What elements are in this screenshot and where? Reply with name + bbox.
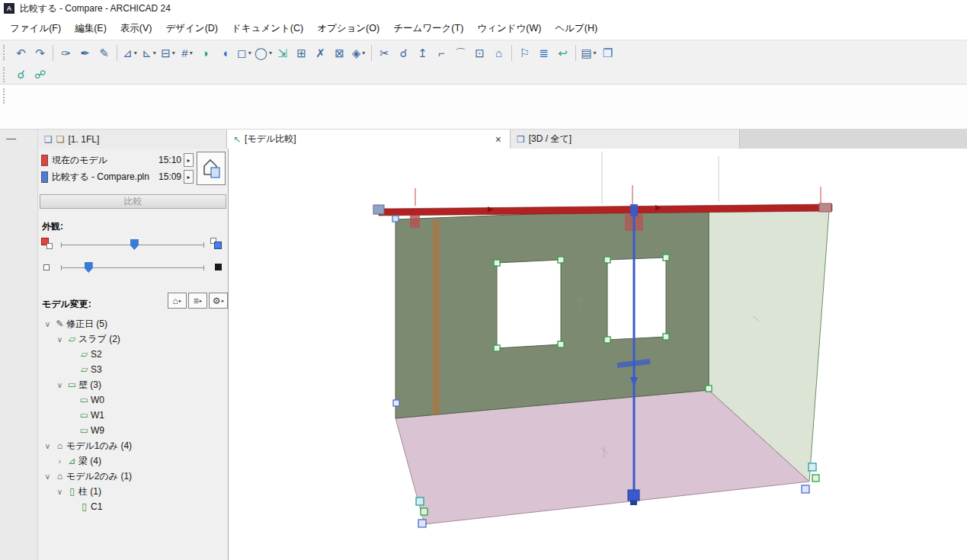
- back-wall-3d[interactable]: [395, 207, 709, 418]
- chevron-right-icon: ▸: [222, 298, 225, 304]
- appearance-slider-1-thumb[interactable]: [130, 239, 139, 250]
- tab-1-1fl[interactable]: ❑❏[1. 1FL]: [38, 130, 227, 149]
- chevron-expanded-icon[interactable]: ∨: [54, 488, 66, 496]
- snap-grid-button[interactable]: #▾: [178, 43, 196, 62]
- list-view-options-button[interactable]: ≡▸: [188, 293, 207, 309]
- modify-button[interactable]: ◈▾: [350, 43, 367, 62]
- beam-end-marker: [373, 205, 384, 214]
- tree-item[interactable]: ▯C1: [38, 499, 227, 514]
- guide-lines-button[interactable]: ◗: [197, 43, 215, 62]
- tree-item[interactable]: ∨✎修正日 (5): [38, 316, 227, 331]
- 3d-viewport[interactable]: [229, 149, 967, 560]
- unlink-elements-button[interactable]: ☍: [31, 65, 49, 84]
- menu-design[interactable]: デザイン(D): [158, 17, 225, 40]
- flag-marker-icon: ⚐: [520, 47, 530, 59]
- tree-item-label: モデル1のみ (4): [66, 440, 132, 453]
- toolbar-drag-handle[interactable]: [3, 67, 8, 82]
- compare-button[interactable]: 比較: [40, 194, 226, 209]
- compare-model-row[interactable]: 比較する - Compare.pln 15:09 ▸: [41, 169, 194, 184]
- multiply-button[interactable]: ⊞: [293, 43, 310, 62]
- current-model-row[interactable]: 現在のモデル 15:10 ▸: [41, 152, 194, 168]
- delete-button[interactable]: ✗: [312, 43, 329, 62]
- house1-icon: ⌂: [53, 440, 66, 451]
- tree-item[interactable]: ▭W9: [38, 423, 227, 438]
- chevron-expanded-icon[interactable]: ∨: [42, 320, 53, 328]
- undo-icon: ↶: [16, 47, 26, 59]
- tree-item-label: 修正日 (5): [66, 318, 107, 331]
- menu-teamwork[interactable]: チームワーク(T): [386, 17, 470, 40]
- modified-wall-stripe-3d[interactable]: [433, 220, 440, 415]
- toolbar-drag-handle[interactable]: [3, 45, 8, 60]
- marquee-button[interactable]: ◻▾: [235, 43, 253, 62]
- close-icon[interactable]: ×: [493, 133, 504, 146]
- chevron-expanded-icon[interactable]: ∨: [42, 472, 53, 481]
- tree-item[interactable]: ∨⌂モデル2のみ (1): [38, 469, 227, 484]
- tab-3d-all[interactable]: ❒[3D / 全て]: [511, 130, 740, 149]
- secondary-toolbar: ☌☍: [0, 65, 967, 85]
- tree-item[interactable]: ▱S3: [38, 362, 227, 377]
- model1-options-button[interactable]: ▸: [184, 153, 194, 167]
- menu-document[interactable]: ドキュメント(C): [225, 17, 310, 40]
- organizer-button[interactable]: ❐: [599, 43, 616, 62]
- pick-up-parameters-button[interactable]: ✑: [57, 43, 75, 62]
- link-elements-button[interactable]: ☌: [12, 65, 30, 84]
- tree-item[interactable]: ▱S2: [38, 347, 227, 362]
- menu-edit[interactable]: 編集(E): [68, 17, 114, 40]
- favorites-button[interactable]: ▤▾: [580, 43, 597, 62]
- menu-window[interactable]: ウィンドウ(W): [470, 17, 548, 40]
- stretch-button[interactable]: ⊠: [331, 43, 348, 62]
- tree-item[interactable]: ∨⌂モデル1のみ (4): [38, 438, 227, 453]
- element-snap-button[interactable]: ⊟▾: [159, 43, 177, 62]
- chevron-expanded-icon[interactable]: ∨: [54, 335, 66, 344]
- menu-help[interactable]: ヘルプ(H): [548, 17, 604, 40]
- redo-icon: ↷: [35, 47, 45, 59]
- model1-label: 現在のモデル: [52, 154, 107, 167]
- chevron-expanded-icon[interactable]: ∨: [42, 442, 53, 450]
- menu-file[interactable]: ファイル(F): [3, 17, 68, 40]
- drag-button[interactable]: ⇲: [274, 43, 291, 62]
- intersect-button[interactable]: ☌: [395, 43, 412, 62]
- resize-icon: ⊡: [475, 47, 485, 59]
- snap-reference-button[interactable]: ◖: [216, 43, 234, 62]
- adjust-elements-button[interactable]: ↥: [414, 43, 431, 62]
- suspend-groups-button[interactable]: ✎: [95, 43, 113, 62]
- tree-item[interactable]: ▭W0: [38, 392, 227, 408]
- home-story-button[interactable]: ⌂: [490, 43, 508, 62]
- inject-parameters-button[interactable]: ✒: [76, 43, 94, 62]
- filter-in-3d-button[interactable]: ⌂▸: [168, 293, 187, 309]
- model2-options-button[interactable]: ▸: [184, 170, 194, 184]
- menu-options[interactable]: オプション(O): [310, 17, 386, 40]
- flag-marker-button[interactable]: ⚐: [516, 43, 533, 62]
- tree-item[interactable]: ▭W1: [38, 408, 227, 423]
- fillet-button[interactable]: ⌒: [452, 43, 469, 62]
- appearance-slider-2-thumb[interactable]: [85, 262, 93, 273]
- gravity-button[interactable]: ⊿▾: [121, 43, 139, 62]
- resize-button[interactable]: ⊡: [471, 43, 488, 62]
- appearance-slider-2-track[interactable]: [61, 267, 204, 268]
- corner-button[interactable]: ⌐: [433, 43, 450, 62]
- trace-reference-button[interactable]: ↩: [554, 43, 572, 62]
- show-in-3d-button[interactable]: [197, 152, 226, 185]
- redo-button[interactable]: ↷: [31, 43, 49, 62]
- marquee-icon: ◻: [237, 47, 246, 59]
- undo-button[interactable]: ↶: [12, 43, 30, 62]
- chevron-down-icon: ▾: [269, 50, 272, 56]
- chevron-collapsed-icon[interactable]: ›: [54, 457, 66, 466]
- intersect-icon: ☌: [399, 47, 407, 59]
- change-settings-button[interactable]: ⚙▸: [209, 293, 228, 309]
- tab-model-compare[interactable]: ↖[モデル比較]×: [227, 130, 511, 149]
- profile-manager-button[interactable]: ◯▾: [255, 43, 272, 62]
- column-axis-lines: [415, 185, 821, 206]
- tree-item[interactable]: ∨▱スラブ (2): [38, 331, 227, 347]
- tree-item[interactable]: ›⊿梁 (4): [38, 453, 227, 469]
- editing-plane-button[interactable]: ⊾▾: [140, 43, 158, 62]
- split-button[interactable]: ✂: [376, 43, 393, 62]
- palette-collapse-handle[interactable]: —: [6, 133, 37, 144]
- tree-item[interactable]: ∨▭壁 (3): [38, 377, 227, 392]
- menu-view[interactable]: 表示(V): [114, 17, 159, 40]
- tree-item-label: S2: [91, 349, 102, 360]
- info-box-drag-handle[interactable]: [3, 88, 8, 104]
- tree-item[interactable]: ∨▯柱 (1): [38, 484, 227, 499]
- layer-settings-button[interactable]: ≣: [535, 43, 552, 62]
- chevron-expanded-icon[interactable]: ∨: [54, 381, 66, 389]
